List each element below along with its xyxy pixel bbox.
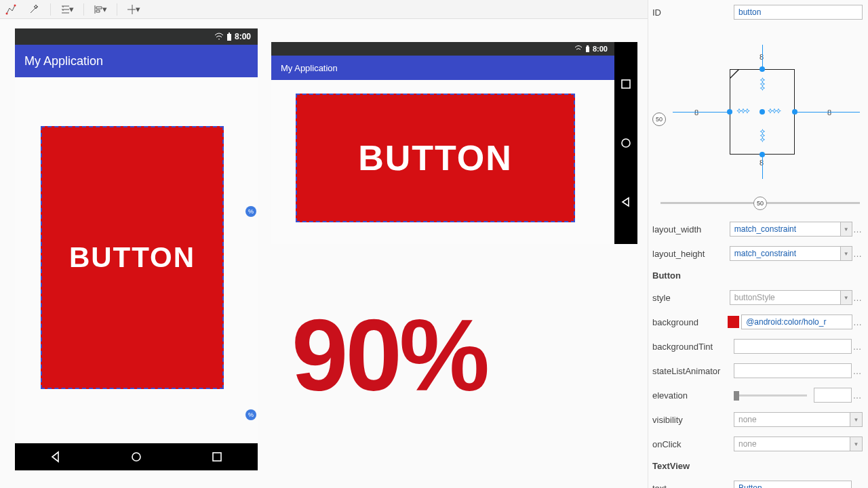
text-input[interactable] [734, 481, 852, 488]
svg-rect-3 [229, 33, 230, 34]
recents-icon[interactable] [211, 451, 223, 463]
button-text: BUTTON [358, 138, 513, 178]
app-title: My Application [24, 54, 103, 68]
status-bar: 8:00 [15, 28, 258, 45]
svg-point-9 [622, 139, 630, 147]
dropdown-icon[interactable]: ▼ [841, 246, 852, 261]
svg-rect-2 [227, 34, 231, 41]
prop-backgroundtint: backgroundTint … [648, 334, 868, 359]
android-nav-bar [614, 42, 637, 244]
svg-point-4 [132, 453, 140, 461]
spring-icon: ⟡⟡⟡ [758, 77, 768, 89]
background-input[interactable] [741, 314, 852, 329]
more-icon[interactable]: … [852, 293, 863, 303]
wifi-icon [574, 45, 583, 52]
more-icon[interactable]: … [852, 390, 863, 401]
svg-rect-5 [213, 453, 221, 461]
onclick-input[interactable] [734, 436, 850, 451]
more-icon[interactable]: … [852, 317, 863, 327]
dropdown-icon[interactable]: ▼ [850, 436, 863, 451]
more-icon[interactable]: … [852, 224, 863, 235]
spring-icon: ⟡⟡⟡ [758, 129, 768, 141]
app-bar: My Application [271, 56, 614, 80]
more-icon[interactable]: … [852, 366, 863, 376]
prop-statelistanimator: stateListAnimator … [648, 359, 868, 383]
prop-background: background … [648, 310, 868, 334]
constraint-tool-icon[interactable] [4, 3, 18, 16]
app-title: My Application [281, 63, 338, 73]
device-preview-landscape[interactable]: 8:00 My Application BUTTON [271, 42, 637, 244]
wifi-icon [214, 33, 224, 41]
status-time: 8:00 [593, 45, 608, 53]
bias-slider[interactable]: 50 [660, 202, 860, 204]
svg-rect-7 [587, 45, 589, 47]
prop-elevation: elevation … [648, 383, 868, 407]
bias-thumb[interactable]: 50 [753, 197, 767, 210]
guide-marker-icon[interactable]: % [245, 206, 256, 217]
backgroundtint-input[interactable] [734, 339, 852, 354]
battery-icon [226, 33, 232, 41]
svg-point-1 [14, 4, 16, 6]
app-bar: My Application [15, 45, 258, 77]
recents-icon[interactable] [620, 79, 631, 89]
button-widget[interactable]: BUTTON [296, 94, 575, 222]
prop-layout-width: layout_width ▼ … [648, 217, 868, 241]
back-icon[interactable] [50, 451, 62, 463]
spring-icon: ⟡⟡⟡ [768, 106, 780, 115]
guides-icon[interactable]: ▾ [127, 3, 140, 16]
prop-visibility: visibility ▼ [648, 407, 868, 432]
elevation-slider[interactable] [734, 394, 807, 396]
layout-width-input[interactable] [730, 222, 841, 237]
align-icon[interactable]: ▾ [94, 3, 107, 16]
spring-icon: ⟡⟡⟡ [736, 106, 749, 115]
properties-panel: ID 50 8 8 8 8 ⟡⟡⟡ ⟡⟡⟡ ⟡⟡⟡ ⟡⟡⟡ 50 layout_ [648, 0, 868, 488]
app-body: BUTTON [271, 80, 614, 244]
dropdown-icon[interactable]: ▼ [850, 412, 863, 427]
ruler-badge[interactable]: 50 [652, 113, 666, 126]
svg-rect-6 [586, 47, 589, 52]
section-button: Button [648, 266, 868, 285]
more-icon[interactable]: … [852, 249, 863, 259]
color-swatch[interactable] [728, 316, 739, 328]
dropdown-icon[interactable]: ▼ [841, 290, 852, 305]
back-icon[interactable] [620, 197, 631, 207]
elevation-input[interactable] [814, 388, 852, 403]
device-preview-portrait[interactable]: 8:00 My Application BUTTON % % [15, 28, 258, 470]
android-nav-bar [15, 443, 258, 470]
prop-onclick: onClick ▼ [648, 432, 868, 456]
prop-style: style ▼ … [648, 285, 868, 310]
design-canvas: 8:00 My Application BUTTON % % 8:00 [0, 19, 648, 488]
prop-text: text … [648, 476, 868, 488]
statelistanimator-input[interactable] [734, 363, 852, 378]
status-bar: 8:00 [271, 42, 614, 56]
overlay-percent: 90% [292, 297, 487, 414]
battery-icon [585, 45, 590, 52]
more-icon[interactable]: … [852, 483, 863, 489]
dropdown-icon[interactable]: ▼ [841, 222, 852, 237]
button-widget[interactable]: BUTTON [41, 126, 224, 389]
prop-id: ID [648, 0, 868, 24]
home-icon[interactable] [130, 451, 142, 463]
svg-rect-8 [622, 80, 630, 88]
visibility-input[interactable] [734, 412, 850, 427]
status-time: 8:00 [235, 32, 251, 41]
style-input[interactable] [730, 290, 841, 305]
home-icon[interactable] [620, 138, 631, 148]
more-icon[interactable]: … [852, 342, 863, 352]
section-textview: TextView [648, 456, 868, 476]
svg-point-0 [6, 12, 8, 14]
prop-layout-height: layout_height ▼ … [648, 241, 868, 266]
prop-label-id: ID [652, 7, 734, 18]
app-body: BUTTON % % [15, 77, 258, 443]
layout-height-input[interactable] [730, 246, 841, 261]
guide-marker-icon[interactable]: % [245, 409, 256, 420]
id-input[interactable] [734, 5, 863, 20]
margin-left[interactable]: 8 [694, 108, 698, 117]
magic-wand-icon[interactable] [27, 3, 41, 16]
button-text: BUTTON [69, 241, 195, 274]
constraint-diagram[interactable]: 50 8 8 8 8 ⟡⟡⟡ ⟡⟡⟡ ⟡⟡⟡ ⟡⟡⟡ 50 [648, 24, 868, 180]
dimensions-icon[interactable]: ▾ [60, 3, 74, 16]
margin-right[interactable]: 8 [827, 108, 831, 117]
